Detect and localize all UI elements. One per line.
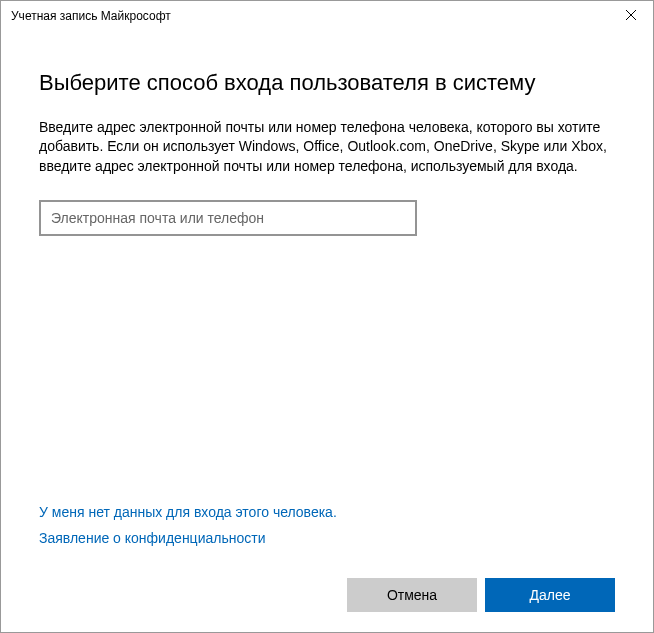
links-section: У меня нет данных для входа этого челове…	[39, 504, 615, 556]
content-area: Выберите способ входа пользователя в сис…	[1, 31, 653, 632]
button-row: Отмена Далее	[39, 578, 615, 612]
spacer	[39, 236, 615, 504]
next-button[interactable]: Далее	[485, 578, 615, 612]
email-phone-input[interactable]	[39, 200, 417, 236]
close-button[interactable]	[608, 1, 653, 31]
no-sign-in-link[interactable]: У меня нет данных для входа этого челове…	[39, 504, 615, 520]
cancel-button[interactable]: Отмена	[347, 578, 477, 612]
page-heading: Выберите способ входа пользователя в сис…	[39, 69, 615, 98]
titlebar: Учетная запись Майкрософт	[1, 1, 653, 31]
close-icon	[626, 9, 636, 23]
dialog-window: Учетная запись Майкрософт Выберите спосо…	[0, 0, 654, 633]
window-title: Учетная запись Майкрософт	[11, 9, 171, 23]
page-description: Введите адрес электронной почты или номе…	[39, 118, 615, 177]
privacy-link[interactable]: Заявление о конфиденциальности	[39, 530, 615, 546]
